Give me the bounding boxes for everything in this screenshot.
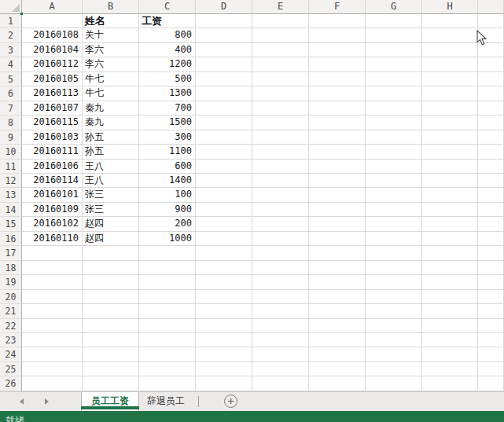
cell-H5[interactable] bbox=[422, 72, 478, 86]
cell-B21[interactable] bbox=[83, 304, 139, 318]
cell-C16[interactable]: 1000 bbox=[139, 232, 196, 246]
cell-H26[interactable] bbox=[422, 376, 478, 391]
cell-C19[interactable] bbox=[139, 275, 196, 289]
cell-E4[interactable] bbox=[252, 57, 309, 72]
cell-H15[interactable] bbox=[422, 217, 478, 231]
cell-D14[interactable] bbox=[196, 203, 252, 217]
cell-F22[interactable] bbox=[309, 319, 366, 333]
cell-overflow-16[interactable] bbox=[478, 232, 504, 246]
cell-F26[interactable] bbox=[309, 376, 366, 391]
cell-B14[interactable]: 张三 bbox=[83, 203, 139, 217]
cell-H22[interactable] bbox=[422, 319, 478, 333]
cell-B4[interactable]: 李六 bbox=[83, 57, 139, 72]
cell-F14[interactable] bbox=[309, 203, 366, 217]
row-header-16[interactable]: 16 bbox=[0, 232, 22, 246]
cell-B15[interactable]: 赵四 bbox=[83, 217, 139, 231]
cell-G15[interactable] bbox=[366, 217, 422, 231]
cell-A4[interactable]: 20160112 bbox=[22, 57, 83, 72]
cell-G24[interactable] bbox=[366, 347, 422, 361]
cell-C24[interactable] bbox=[139, 347, 196, 361]
row-header-26[interactable]: 26 bbox=[0, 376, 22, 391]
row-header-5[interactable]: 5 bbox=[0, 72, 22, 86]
cell-B5[interactable]: 牛七 bbox=[83, 72, 139, 86]
cell-B17[interactable] bbox=[83, 246, 139, 260]
row-header-17[interactable]: 17 bbox=[0, 246, 22, 260]
cell-F8[interactable] bbox=[309, 116, 366, 130]
column-header-A[interactable]: A bbox=[22, 0, 83, 13]
cell-E26[interactable] bbox=[252, 376, 309, 391]
cell-B8[interactable]: 秦九 bbox=[83, 116, 139, 130]
cell-E9[interactable] bbox=[252, 130, 309, 145]
cell-E24[interactable] bbox=[252, 347, 309, 361]
cell-D6[interactable] bbox=[196, 86, 252, 101]
cell-A12[interactable]: 20160114 bbox=[22, 174, 83, 188]
cell-A26[interactable] bbox=[22, 376, 83, 391]
cell-D1[interactable] bbox=[196, 14, 252, 28]
cell-overflow-12[interactable] bbox=[478, 174, 504, 188]
tab-scroll-right-icon[interactable] bbox=[45, 398, 49, 405]
row-header-23[interactable]: 23 bbox=[0, 333, 22, 347]
cell-C8[interactable]: 1500 bbox=[139, 116, 196, 130]
cell-A17[interactable] bbox=[22, 246, 83, 260]
cell-C2[interactable]: 800 bbox=[139, 28, 196, 42]
cell-G9[interactable] bbox=[366, 130, 422, 145]
cell-A6[interactable]: 20160113 bbox=[22, 86, 83, 101]
cell-A5[interactable]: 20160105 bbox=[22, 72, 83, 86]
cell-B26[interactable] bbox=[83, 376, 139, 391]
row-header-10[interactable]: 10 bbox=[0, 145, 22, 159]
row-header-22[interactable]: 22 bbox=[0, 319, 22, 333]
row-header-1[interactable]: 1 bbox=[0, 14, 22, 28]
cell-B11[interactable]: 王八 bbox=[83, 160, 139, 174]
cell-G23[interactable] bbox=[366, 333, 422, 347]
cell-F23[interactable] bbox=[309, 333, 366, 347]
cell-D22[interactable] bbox=[196, 319, 252, 333]
cell-H17[interactable] bbox=[422, 246, 478, 260]
cell-E22[interactable] bbox=[252, 319, 309, 333]
cell-overflow-11[interactable] bbox=[478, 160, 504, 174]
cell-D4[interactable] bbox=[196, 57, 252, 72]
cell-G19[interactable] bbox=[366, 275, 422, 289]
cell-overflow-3[interactable] bbox=[478, 43, 504, 57]
cell-C1[interactable]: 工资 bbox=[139, 14, 196, 28]
column-header-F[interactable]: F bbox=[309, 0, 366, 13]
cell-G6[interactable] bbox=[366, 86, 422, 101]
cell-E17[interactable] bbox=[252, 246, 309, 260]
cell-F20[interactable] bbox=[309, 290, 366, 304]
row-header-2[interactable]: 2 bbox=[0, 28, 22, 42]
cell-G13[interactable] bbox=[366, 188, 422, 202]
cell-overflow-7[interactable] bbox=[478, 101, 504, 116]
cell-G5[interactable] bbox=[366, 72, 422, 86]
cell-D19[interactable] bbox=[196, 275, 252, 289]
row-header-18[interactable]: 18 bbox=[0, 261, 22, 275]
select-all-button[interactable] bbox=[0, 0, 22, 13]
cell-C20[interactable] bbox=[139, 290, 196, 304]
cell-A13[interactable]: 20160101 bbox=[22, 188, 83, 202]
cell-B10[interactable]: 孙五 bbox=[83, 145, 139, 159]
cell-G8[interactable] bbox=[366, 116, 422, 130]
cell-D15[interactable] bbox=[196, 217, 252, 231]
cell-G7[interactable] bbox=[366, 101, 422, 116]
cell-C15[interactable]: 200 bbox=[139, 217, 196, 231]
cell-C17[interactable] bbox=[139, 246, 196, 260]
cell-E11[interactable] bbox=[252, 160, 309, 174]
cell-C4[interactable]: 1200 bbox=[139, 57, 196, 72]
cell-E13[interactable] bbox=[252, 188, 309, 202]
cell-E19[interactable] bbox=[252, 275, 309, 289]
cell-C21[interactable] bbox=[139, 304, 196, 318]
cell-G3[interactable] bbox=[366, 43, 422, 57]
cell-F9[interactable] bbox=[309, 130, 366, 145]
cell-H4[interactable] bbox=[422, 57, 478, 72]
cell-H14[interactable] bbox=[422, 203, 478, 217]
row-header-3[interactable]: 3 bbox=[0, 43, 22, 57]
cell-B24[interactable] bbox=[83, 347, 139, 361]
cell-D10[interactable] bbox=[196, 145, 252, 159]
cell-B6[interactable]: 牛七 bbox=[83, 86, 139, 101]
cell-overflow-24[interactable] bbox=[478, 347, 504, 361]
cell-F12[interactable] bbox=[309, 174, 366, 188]
cell-H19[interactable] bbox=[422, 275, 478, 289]
cell-D7[interactable] bbox=[196, 101, 252, 116]
cell-E12[interactable] bbox=[252, 174, 309, 188]
cell-B7[interactable]: 秦九 bbox=[83, 101, 139, 116]
cell-A10[interactable]: 20160111 bbox=[22, 145, 83, 159]
cell-H8[interactable] bbox=[422, 116, 478, 130]
